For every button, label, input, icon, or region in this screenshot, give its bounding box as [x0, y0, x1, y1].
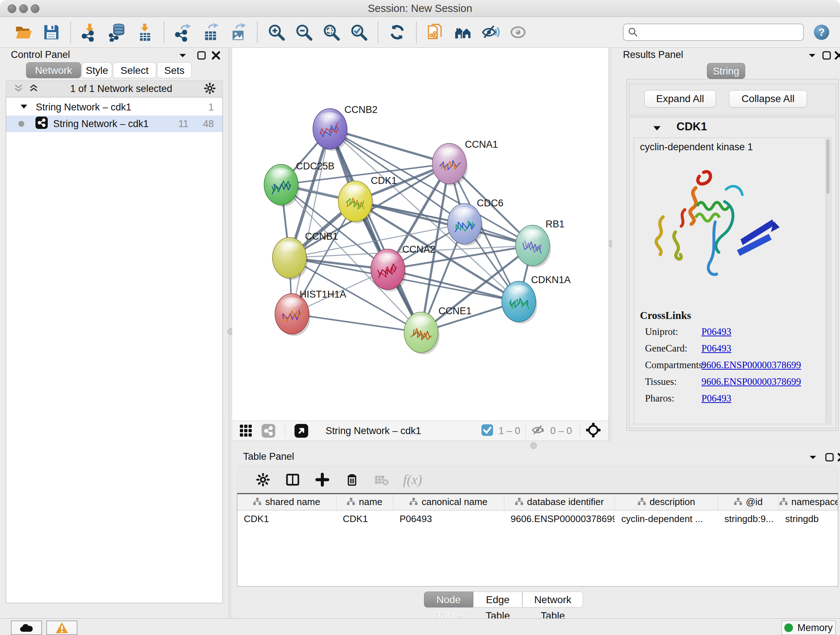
tab-node-table[interactable]: Node Table [424, 592, 473, 608]
network-canvas[interactable]: CCNB2CCNA1CDC25BCDK1CDC6RB1CCNB1CCNA2CDK… [232, 48, 608, 421]
search-box[interactable] [623, 24, 804, 41]
control-panel-menu-button[interactable] [178, 51, 187, 63]
zoom-out-button[interactable] [294, 22, 314, 43]
cell-id[interactable]: stringdb:9... [718, 510, 778, 527]
column-header-namespace[interactable]: namespace [778, 494, 838, 510]
selected-checkbox-icon[interactable] [481, 424, 493, 438]
column-header-canonical-name[interactable]: canonical name [393, 494, 504, 510]
network-node-CCNB1[interactable] [272, 238, 308, 280]
results-scrollbar-track[interactable] [826, 139, 830, 423]
grid-view-button[interactable] [238, 420, 254, 441]
results-panel-float-button[interactable] [822, 51, 831, 63]
change-species-button[interactable] [453, 22, 474, 43]
open-session-button[interactable] [13, 22, 34, 43]
cell-name[interactable]: CDK1 [336, 510, 393, 527]
tab-string[interactable]: String [707, 63, 745, 79]
network-node-HIST1H1A[interactable] [275, 294, 310, 336]
network-node-CDKN1A[interactable] [502, 281, 537, 324]
warnings-button[interactable] [46, 621, 77, 635]
birds-eye-view-button[interactable] [294, 420, 309, 441]
column-header-database-identifier[interactable]: database identifier [504, 494, 615, 510]
crosslink-uniprot[interactable]: P06493 [701, 326, 731, 337]
cell-shared-name[interactable]: CDK1 [237, 510, 336, 527]
tab-select[interactable]: Select [113, 62, 156, 78]
network-edge-CDK1-RB1[interactable] [355, 201, 532, 245]
tab-edge-table[interactable]: Edge Table [473, 592, 523, 608]
table-row[interactable]: CDK1 CDK1 P06493 9606.ENSP00000378699 cy… [237, 510, 838, 527]
column-header-shared-name[interactable]: shared name [237, 494, 336, 510]
collapse-triangle-icon[interactable] [20, 102, 28, 113]
export-network-icon [174, 23, 193, 42]
table-options-button[interactable] [253, 469, 273, 490]
network-node-CDC6[interactable] [447, 203, 483, 246]
crosslink-pharos[interactable]: P06493 [701, 393, 731, 404]
crosslink-compartments[interactable]: 9606.ENSP00000378699 [701, 359, 801, 371]
tab-sets[interactable]: Sets [157, 62, 192, 78]
network-node-RB1[interactable] [515, 225, 551, 268]
search-input[interactable] [642, 27, 799, 38]
export-network-button[interactable] [172, 22, 194, 43]
collapse-triangle-icon[interactable] [653, 124, 661, 134]
export-image-button[interactable] [227, 22, 248, 43]
tab-network-table[interactable]: Network Table [523, 592, 583, 608]
horizontal-splitter-handle[interactable] [531, 442, 537, 449]
import-table-button[interactable] [134, 22, 155, 43]
collapse-all-button[interactable]: Collapse All [729, 90, 807, 108]
fit-selected-button[interactable] [585, 422, 601, 440]
crosslink-genecard[interactable]: P06493 [701, 343, 731, 354]
show-graphics-button[interactable] [508, 22, 529, 43]
cell-description[interactable]: cyclin-dependent ... [615, 510, 718, 527]
network-node-CCNE1[interactable] [404, 312, 439, 355]
function-builder-button[interactable]: f(x) [401, 469, 424, 490]
hide-results-button[interactable] [480, 22, 501, 43]
column-header-id[interactable]: @id [718, 494, 778, 510]
control-panel-float-button[interactable] [197, 51, 206, 63]
import-network-button[interactable] [79, 22, 100, 43]
hidden-eye-icon[interactable] [531, 423, 546, 439]
table-panel-menu-button[interactable] [808, 453, 818, 464]
results-panel-close-button[interactable] [834, 51, 840, 63]
zoom-selected-button[interactable] [348, 22, 369, 43]
string-protein-query-button[interactable] [425, 22, 446, 43]
protein-details: cyclin-dependent kinase 1 [634, 138, 831, 424]
tab-style[interactable]: Style [82, 62, 112, 78]
column-header-description[interactable]: description [615, 494, 718, 510]
zoom-in-button[interactable] [266, 22, 287, 43]
network-node-CCNB2[interactable] [313, 109, 348, 151]
expand-all-button[interactable]: Expand All [644, 90, 716, 108]
zoom-fit-button[interactable] [321, 22, 342, 43]
network-edge-CCNB2-CCNE1[interactable] [330, 129, 421, 333]
column-header-name[interactable]: name [336, 494, 393, 510]
refresh-button[interactable] [387, 22, 408, 43]
table-panel-close-button[interactable] [837, 453, 840, 464]
export-table-button[interactable] [200, 22, 221, 43]
network-row-selected[interactable]: String Network – cdk1 11 48 [6, 116, 223, 132]
add-column-button[interactable] [312, 469, 333, 490]
collapse-all-networks-button[interactable] [13, 83, 24, 95]
cell-namespace[interactable]: stringdb [778, 510, 838, 527]
delete-column-button[interactable] [341, 469, 363, 490]
network-collection-row[interactable]: String Network – cdk1 1 [6, 99, 223, 116]
control-panel-close-button[interactable] [211, 51, 221, 63]
network-options-button[interactable] [204, 82, 216, 96]
network-node-CDK1[interactable] [338, 181, 374, 223]
network-node-CCNA1[interactable] [432, 143, 468, 186]
memory-button[interactable]: Memory [782, 621, 836, 635]
save-session-button[interactable] [41, 22, 62, 43]
cell-canonical-name[interactable]: P06493 [393, 510, 504, 527]
crosslink-tissues[interactable]: 9606.ENSP00000378699 [701, 376, 801, 387]
cloud-button[interactable] [11, 621, 42, 635]
help-button[interactable]: ? [813, 24, 830, 41]
show-columns-button[interactable] [282, 469, 303, 490]
delete-table-button[interactable] [371, 469, 392, 490]
network-edge-CCNB2-HIST1H1A[interactable] [292, 129, 330, 314]
import-network-from-database-button[interactable] [107, 22, 128, 43]
tab-network[interactable]: Network [26, 62, 81, 78]
table-panel-float-button[interactable] [825, 453, 834, 464]
cell-database-identifier[interactable]: 9606.ENSP00000378699 [504, 510, 615, 527]
results-scrollbar-thumb[interactable] [826, 139, 829, 194]
results-panel-menu-button[interactable] [807, 51, 817, 63]
network-edge-HIST1H1A-CCNE1[interactable] [292, 314, 421, 333]
expand-all-networks-button[interactable] [28, 83, 39, 95]
string-view-button[interactable] [261, 420, 276, 441]
